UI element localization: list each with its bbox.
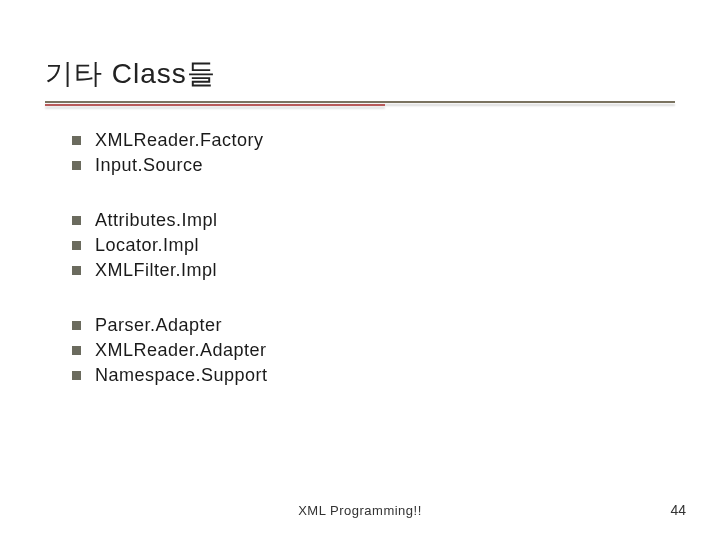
item-label: Locator.Impl (95, 235, 199, 256)
item-label: XMLReader.Adapter (95, 340, 267, 361)
list-item: XMLReader.Adapter (72, 340, 660, 361)
item-label: Namespace.Support (95, 365, 268, 386)
item-label: XMLReader.Factory (95, 130, 264, 151)
footer-text: XML Programming!! (0, 503, 720, 518)
list-item: XMLReader.Factory (72, 130, 660, 151)
square-bullet-icon (72, 346, 81, 355)
square-bullet-icon (72, 241, 81, 250)
slide: 기타 Class들 XMLReader.Factory Input.Source… (0, 0, 720, 540)
bullet-group: Attributes.Impl Locator.Impl XMLFilter.I… (72, 210, 660, 281)
title-underline (45, 101, 675, 107)
square-bullet-icon (72, 136, 81, 145)
square-bullet-icon (72, 321, 81, 330)
list-item: Locator.Impl (72, 235, 660, 256)
item-label: Input.Source (95, 155, 203, 176)
underline-accent (45, 104, 385, 106)
title-block: 기타 Class들 (45, 55, 675, 107)
list-item: Parser.Adapter (72, 315, 660, 336)
list-item: Input.Source (72, 155, 660, 176)
list-item: Attributes.Impl (72, 210, 660, 231)
bullet-group: XMLReader.Factory Input.Source (72, 130, 660, 176)
list-item: Namespace.Support (72, 365, 660, 386)
list-item: XMLFilter.Impl (72, 260, 660, 281)
square-bullet-icon (72, 371, 81, 380)
bullet-group: Parser.Adapter XMLReader.Adapter Namespa… (72, 315, 660, 386)
item-label: Parser.Adapter (95, 315, 222, 336)
slide-title: 기타 Class들 (45, 55, 675, 93)
content-area: XMLReader.Factory Input.Source Attribute… (72, 130, 660, 420)
square-bullet-icon (72, 216, 81, 225)
page-number: 44 (670, 502, 686, 518)
item-label: Attributes.Impl (95, 210, 218, 231)
underline-main (45, 101, 675, 103)
square-bullet-icon (72, 266, 81, 275)
item-label: XMLFilter.Impl (95, 260, 217, 281)
square-bullet-icon (72, 161, 81, 170)
